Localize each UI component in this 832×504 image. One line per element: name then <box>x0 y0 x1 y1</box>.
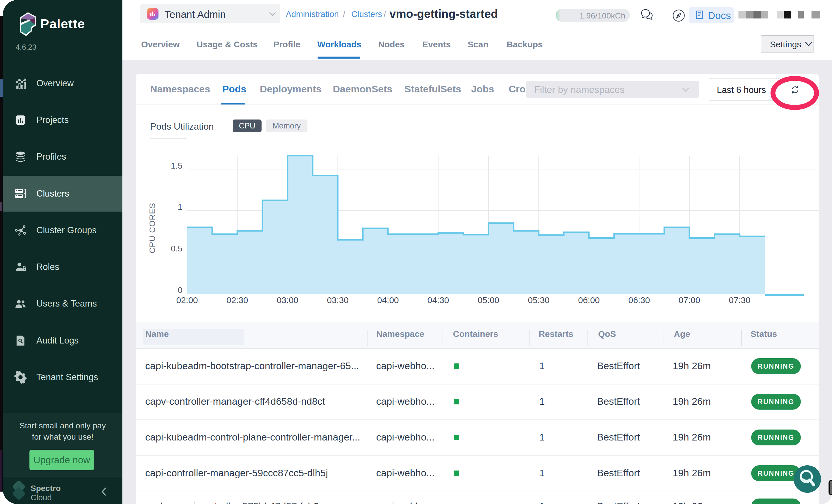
svg-text:03:30: 03:30 <box>327 295 348 305</box>
svg-text:06:00: 06:00 <box>578 295 600 305</box>
svg-text:02:00: 02:00 <box>176 295 198 305</box>
svg-text:0: 0 <box>178 286 182 295</box>
svg-text:05:30: 05:30 <box>528 295 549 305</box>
svg-text:05:00: 05:00 <box>477 295 499 305</box>
svg-text:02:30: 02:30 <box>226 295 248 305</box>
svg-text:04:30: 04:30 <box>427 295 449 305</box>
svg-text:06:30: 06:30 <box>628 295 650 305</box>
svg-text:0.5: 0.5 <box>171 244 182 253</box>
svg-text:1.5: 1.5 <box>171 161 182 170</box>
svg-text:07:30: 07:30 <box>729 295 750 305</box>
svg-text:04:00: 04:00 <box>377 295 399 305</box>
svg-text:07:00: 07:00 <box>678 295 700 305</box>
svg-text:CPU CORES: CPU CORES <box>148 203 157 253</box>
svg-text:1: 1 <box>178 202 182 212</box>
svg-text:03:00: 03:00 <box>277 295 298 305</box>
